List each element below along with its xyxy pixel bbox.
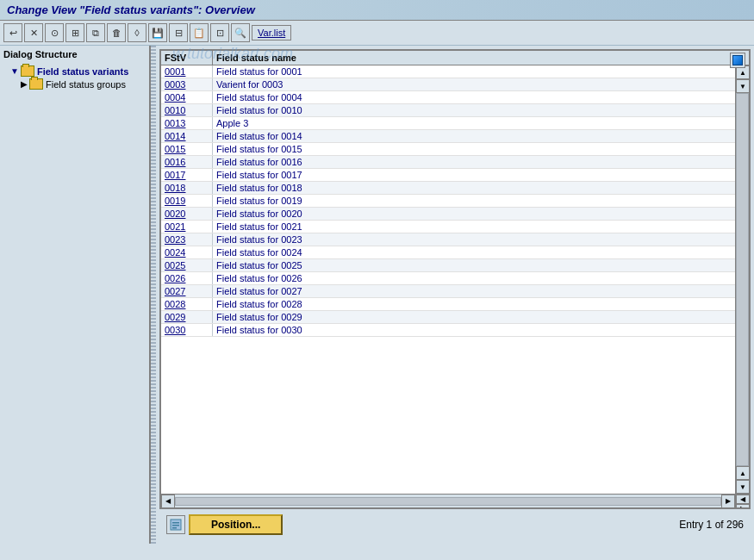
cell-name[interactable]: Apple 3 — [213, 117, 735, 129]
table-row[interactable]: 0017Field status for 0017 — [161, 169, 735, 182]
table-row[interactable]: 0026Field status for 0026 — [161, 272, 735, 285]
info-btn[interactable]: 🔍 — [231, 23, 250, 42]
cell-name[interactable]: Field status for 0015 — [213, 143, 735, 155]
cell-name[interactable]: Field status for 0014 — [213, 130, 735, 142]
table-row[interactable]: 0013Apple 3 — [161, 117, 735, 130]
table-row[interactable]: 0023Field status for 0023 — [161, 233, 735, 246]
table-row[interactable]: 0027Field status for 0027 — [161, 285, 735, 298]
cell-name[interactable]: Field status for 0024 — [213, 246, 735, 258]
table-row[interactable]: 0001Field status for 0001 — [161, 65, 735, 78]
scroll-right-btn[interactable]: ▶ — [721, 495, 735, 508]
cell-fstv[interactable]: 0028 — [161, 298, 213, 310]
scroll-track-h[interactable] — [175, 497, 721, 506]
cell-fstv[interactable]: 0020 — [161, 208, 213, 220]
table-container: FStV Field status name 0001Field status … — [159, 49, 751, 509]
col-header-name: Field status name — [213, 51, 749, 65]
cell-name[interactable]: Field status for 0025 — [213, 259, 735, 271]
scroll-left2-btn[interactable]: ◀ — [736, 495, 750, 504]
table-row[interactable]: 0025Field status for 0025 — [161, 259, 735, 272]
sidebar-label-variants: Field status variants — [37, 66, 128, 77]
cell-fstv[interactable]: 0004 — [161, 91, 213, 103]
cell-name[interactable]: Field status for 0021 — [213, 221, 735, 233]
cell-name[interactable]: Field status for 0027 — [213, 285, 735, 297]
vertical-scrollbar[interactable]: ▲ ▼ ▲ ▼ — [735, 65, 749, 494]
cell-fstv[interactable]: 0025 — [161, 259, 213, 271]
cell-name[interactable]: Field status for 0023 — [213, 233, 735, 246]
cell-name[interactable]: Varient for 0003 — [213, 78, 735, 90]
cell-fstv[interactable]: 0026 — [161, 272, 213, 284]
cell-name[interactable]: Field status for 0017 — [213, 169, 735, 181]
print-btn[interactable]: ⊞ — [65, 23, 84, 42]
undo-btn[interactable]: ◊ — [128, 23, 146, 42]
save-btn[interactable]: 💾 — [148, 23, 167, 42]
cell-name[interactable]: Field status for 0018 — [213, 182, 735, 194]
cell-fstv[interactable]: 0030 — [161, 324, 213, 336]
table-row[interactable]: 0024Field status for 0024 — [161, 246, 735, 259]
delete-btn[interactable]: 🗑 — [107, 23, 126, 42]
table-row[interactable]: 0020Field status for 0020 — [161, 208, 735, 221]
cell-name[interactable]: Field status for 0026 — [213, 272, 735, 284]
svg-rect-2 — [172, 525, 179, 526]
cell-fstv[interactable]: 0019 — [161, 195, 213, 207]
table-row[interactable]: 0014Field status for 0014 — [161, 130, 735, 143]
cell-name[interactable]: Field status for 0001 — [213, 65, 735, 78]
table-settings-icon[interactable] — [730, 53, 745, 68]
table-scroll: 0001Field status for 00010003Varient for… — [161, 65, 749, 494]
scroll-track-v[interactable] — [736, 93, 749, 466]
cell-name[interactable]: Field status for 0016 — [213, 156, 735, 168]
back-btn[interactable]: ↩ — [3, 23, 22, 42]
var-list-button[interactable]: Var.list — [252, 25, 291, 40]
table-row[interactable]: 0019Field status for 0019 — [161, 195, 735, 208]
cell-fstv[interactable]: 0003 — [161, 78, 213, 90]
resize-handle[interactable] — [151, 46, 156, 544]
scroll-up-bottom-btn[interactable]: ▲ — [736, 466, 749, 480]
cell-fstv[interactable]: 0017 — [161, 169, 213, 181]
cell-fstv[interactable]: 0015 — [161, 143, 213, 155]
table-row[interactable]: 0018Field status for 0018 — [161, 182, 735, 195]
cell-fstv[interactable]: 0001 — [161, 65, 213, 78]
table-row[interactable]: 0021Field status for 0021 — [161, 221, 735, 233]
cell-name[interactable]: Field status for 0030 — [213, 324, 735, 336]
copy1-btn[interactable]: ⧉ — [86, 23, 105, 42]
local-clipboard-btn[interactable]: ⊟ — [169, 23, 188, 42]
data-area: FStV Field status name 0001Field status … — [156, 46, 754, 544]
cell-fstv[interactable]: 0027 — [161, 285, 213, 297]
new-entries-btn[interactable]: 📋 — [190, 23, 209, 42]
horizontal-scrollbar-container: ◀ ▶ ◀ ▶ — [161, 494, 749, 507]
cell-fstv[interactable]: 0024 — [161, 246, 213, 258]
table-row[interactable]: 0010Field status for 0010 — [161, 104, 735, 117]
scroll-right2-btn[interactable]: ▶ — [736, 504, 750, 509]
cell-name[interactable]: Field status for 0010 — [213, 104, 735, 116]
table-row[interactable]: 0004Field status for 0004 — [161, 91, 735, 104]
cell-fstv[interactable]: 0018 — [161, 182, 213, 194]
table-row[interactable]: 0016Field status for 0016 — [161, 156, 735, 169]
table-row[interactable]: 0028Field status for 0028 — [161, 298, 735, 311]
cell-fstv[interactable]: 0016 — [161, 156, 213, 168]
sidebar-item-field-status-variants[interactable]: ▼ Field status variants — [10, 65, 146, 78]
exit-btn[interactable]: ✕ — [24, 23, 43, 42]
position-button[interactable]: Position... — [189, 514, 283, 535]
cell-fstv[interactable]: 0013 — [161, 117, 213, 129]
table-row[interactable]: 0003Varient for 0003 — [161, 78, 735, 91]
cell-fstv[interactable]: 0023 — [161, 233, 213, 246]
cell-fstv[interactable]: 0014 — [161, 130, 213, 142]
cell-fstv[interactable]: 0021 — [161, 221, 213, 233]
cell-fstv[interactable]: 0010 — [161, 104, 213, 116]
toolbar: ↩ ✕ ⊙ ⊞ ⧉ 🗑 ◊ 💾 ⊟ 📋 ⊡ 🔍 Var.list — [0, 21, 754, 46]
cell-name[interactable]: Field status for 0029 — [213, 311, 735, 323]
cell-name[interactable]: Field status for 0020 — [213, 208, 735, 220]
copy2-btn[interactable]: ⊡ — [210, 23, 229, 42]
scroll-down-top-btn[interactable]: ▼ — [736, 79, 749, 93]
cell-name[interactable]: Field status for 0019 — [213, 195, 735, 207]
table-row[interactable]: 0030Field status for 0030 — [161, 324, 735, 337]
table-row[interactable]: 0015Field status for 0015 — [161, 143, 735, 156]
cancel-btn[interactable]: ⊙ — [45, 23, 64, 42]
sidebar-item-field-status-groups[interactable]: ▶ Field status groups — [21, 78, 146, 90]
cell-name[interactable]: Field status for 0004 — [213, 91, 735, 103]
horizontal-scrollbar[interactable]: ◀ ▶ — [161, 495, 735, 507]
table-row[interactable]: 0029Field status for 0029 — [161, 311, 735, 324]
scroll-left-btn[interactable]: ◀ — [161, 495, 175, 508]
cell-name[interactable]: Field status for 0028 — [213, 298, 735, 310]
cell-fstv[interactable]: 0029 — [161, 311, 213, 323]
scroll-down-btn[interactable]: ▼ — [736, 480, 749, 494]
